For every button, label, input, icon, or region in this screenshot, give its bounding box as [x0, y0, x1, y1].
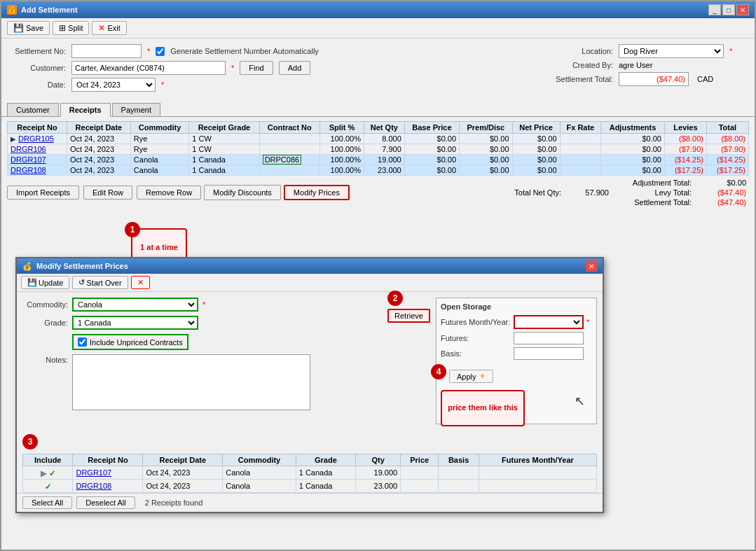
cell-base: $0.00 [404, 134, 459, 144]
include-unpriced-group: Include Unpriced Contracts [22, 334, 382, 350]
table-row[interactable]: ▶ ✓ DRGR107 Oct 24, 2023 Canola 1 Canada… [23, 466, 597, 480]
created-by-label: Created By: [550, 61, 613, 69]
import-receipts-button[interactable]: Import Receipts [7, 186, 79, 200]
settlement-total-input[interactable] [619, 72, 689, 86]
find-button[interactable]: Find [240, 61, 273, 75]
exit-button[interactable]: ✕ Exit [92, 21, 126, 35]
dialog-left-panel: Commodity: Canola Rye * Grade: 1 Canada … [22, 298, 382, 424]
col-price-inner: Price [401, 454, 439, 466]
table-row[interactable]: ✓ DRGR108 Oct 24, 2023 Canola 1 Canada 2… [23, 480, 597, 493]
adj-total-label: Adjustment Total: [614, 179, 692, 187]
commodity-select[interactable]: Canola Rye [72, 298, 198, 312]
col-split: Split % [320, 122, 364, 134]
select-all-button[interactable]: Select All [22, 496, 72, 509]
start-over-button[interactable]: ↺ Start Over [72, 276, 128, 289]
basis-label: Basis: [441, 349, 511, 358]
cell-base: $0.00 [404, 165, 459, 176]
generate-checkbox[interactable] [156, 47, 165, 56]
col-qty-inner: Qty [356, 454, 401, 466]
cell-net-qty: 8.000 [364, 134, 404, 144]
col-total: Total [706, 122, 748, 134]
cell-commodity: Rye [130, 144, 188, 155]
dialog-close-button[interactable]: ✕ [586, 260, 597, 272]
cell-rno: DRGR107 [73, 466, 143, 480]
modify-discounts-button[interactable]: Modify Discounts [204, 185, 281, 200]
cell-prem: $0.00 [460, 155, 512, 165]
maximize-button[interactable]: □ [722, 4, 735, 15]
cell-adj: $0.00 [601, 134, 665, 144]
table-row[interactable]: DRGR106 Oct 24, 2023 Rye 1 CW 100.00% 7.… [8, 144, 749, 155]
cell-total: ($8.00) [706, 134, 748, 144]
tab-receipts[interactable]: Receipts [60, 103, 111, 117]
include-unpriced-checkbox[interactable] [78, 337, 87, 347]
close-button[interactable]: ✕ [736, 4, 749, 15]
tab-customer[interactable]: Customer [7, 103, 59, 116]
table-row[interactable]: ▶ DRGR105 Oct 24, 2023 Rye 1 CW 100.00% … [8, 134, 749, 144]
split-icon: ⊞ [59, 23, 66, 33]
grade-label: Grade: [22, 319, 68, 327]
total-net-qty-label: Total Net Qty: [498, 188, 561, 197]
retrieve-button[interactable]: Retrieve [387, 309, 430, 323]
grade-select[interactable]: 1 Canada 2 Canada [72, 316, 198, 330]
retrieve-label: Retrieve [394, 312, 423, 320]
modify-prices-button[interactable]: Modify Prices [284, 185, 350, 200]
add-button[interactable]: Add [279, 61, 311, 75]
split-button[interactable]: ⊞ Split [53, 21, 89, 35]
cell-fx [560, 165, 601, 176]
futures-month-select[interactable] [514, 315, 584, 329]
close-x-icon: ✕ [137, 278, 144, 287]
step4-circle: 4 [431, 364, 446, 379]
cell-include[interactable]: ✓ [23, 480, 73, 493]
dialog-close-toolbar-button[interactable]: ✕ [131, 276, 150, 289]
save-icon: 💾 [13, 23, 24, 33]
cell-rgrade: 1 Canada [296, 466, 355, 480]
grade-group: Grade: 1 Canada 2 Canada [22, 316, 382, 330]
cell-rfutures [479, 466, 596, 480]
futures-input[interactable] [514, 332, 584, 344]
col-net-price: Net Price [512, 122, 560, 134]
futures-month-label: Futures Month/Year: [441, 318, 511, 326]
cell-rprice [401, 466, 439, 480]
tab-payment[interactable]: Payment [112, 103, 160, 116]
required-star-1: * [147, 47, 150, 55]
basis-input[interactable] [514, 347, 584, 360]
cell-include[interactable]: ▶ ✓ [23, 466, 73, 480]
remove-row-button[interactable]: Remove Row [137, 186, 201, 200]
cell-rprice [401, 480, 439, 493]
col-include: Include [23, 454, 73, 466]
settlement-no-input[interactable] [71, 44, 142, 58]
deselect-all-button[interactable]: Deselect All [76, 496, 135, 509]
location-select[interactable]: Dog River [619, 44, 724, 58]
col-levies: Levies [664, 122, 706, 134]
cell-total: ($17.25) [706, 165, 748, 176]
cell-adj: $0.00 [601, 155, 665, 165]
cell-split: 100.00% [320, 144, 364, 155]
cell-levies: ($17.25) [664, 165, 706, 176]
col-net-qty: Net Qty [364, 122, 404, 134]
futures-label: Futures: [441, 334, 511, 342]
created-by-value: agre User [619, 61, 652, 69]
cell-rfutures [479, 480, 596, 493]
table-row[interactable]: DRGR108 Oct 24, 2023 Canola 1 Canada 100… [8, 165, 749, 176]
save-button[interactable]: 💾 Save [7, 21, 50, 35]
app-icon: 💰 [7, 5, 17, 15]
apply-button[interactable]: Apply ✦ [449, 370, 493, 383]
main-toolbar: 💾 Save ⊞ Split ✕ Exit [1, 18, 755, 39]
update-button[interactable]: 💾 Update [21, 276, 69, 289]
customer-input[interactable] [71, 61, 226, 75]
cell-split: 100.00% [320, 155, 364, 165]
minimize-button[interactable]: _ [708, 4, 721, 15]
edit-row-button[interactable]: Edit Row [83, 186, 132, 200]
step1-circle: 1 [125, 222, 140, 237]
notes-textarea[interactable] [72, 354, 310, 410]
table-row[interactable]: DRGR107 Oct 24, 2023 Canola 1 Canada DRP… [8, 155, 749, 165]
title-controls: _ □ ✕ [708, 4, 749, 15]
date-select[interactable]: Oct 24, 2023 [71, 78, 156, 92]
col-grade-inner: Grade [296, 454, 355, 466]
commodity-group: Commodity: Canola Rye * [22, 298, 382, 312]
cell-net-price: $0.00 [512, 165, 560, 176]
required-star-2: * [231, 64, 234, 72]
notes-label: Notes: [22, 354, 68, 364]
exit-icon: ✕ [98, 23, 105, 33]
cell-levies: ($8.00) [664, 134, 706, 144]
